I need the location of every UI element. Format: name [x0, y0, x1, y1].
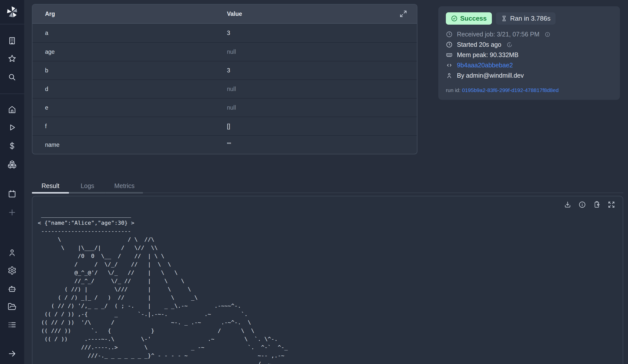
info-icon [545, 32, 550, 37]
favorites-star-icon[interactable] [8, 54, 17, 63]
expand-result-icon[interactable] [608, 201, 615, 208]
clock-icon [446, 41, 453, 48]
column-header-arg: Arg [45, 11, 227, 17]
folders-open-icon[interactable] [8, 302, 17, 311]
args-table: Arg Value a3agenullb3dnullenullf[]name"" [32, 4, 417, 154]
arg-value-cell: null [227, 49, 407, 55]
code-icon [446, 62, 453, 69]
received-job-text: Received job: 3/21, 07:56 PM [457, 31, 539, 38]
started-line: Started 20s ago [446, 39, 612, 50]
arg-name-cell: name [45, 142, 227, 148]
user-icon[interactable] [8, 248, 17, 257]
add-plus-icon[interactable] [8, 208, 17, 217]
resources-boxes-icon[interactable] [8, 160, 17, 169]
arg-value-cell: null [227, 104, 407, 111]
arg-value-cell: 3 [227, 30, 407, 36]
tab-logs[interactable]: Logs [69, 178, 106, 193]
expand-sidebar-arrow-icon[interactable] [8, 349, 17, 358]
mem-peak-text: Mem peak: 90.332MB [457, 51, 519, 59]
args-table-header: Arg Value [32, 5, 417, 24]
expand-args-icon[interactable] [399, 10, 407, 18]
table-row[interactable]: enull [32, 98, 417, 117]
arg-value-cell: 3 [227, 67, 407, 74]
audit-list-icon[interactable] [8, 320, 17, 329]
arg-name-cell: b [45, 67, 227, 74]
arg-name-cell: e [45, 104, 227, 111]
workspace-building-icon[interactable] [8, 36, 17, 45]
run-id-row: run id: 0195b9a2-83f6-299f-d192-478817f8… [446, 87, 612, 93]
table-row[interactable]: name"" [32, 135, 417, 154]
clock-icon [446, 31, 453, 38]
table-row[interactable]: a3 [32, 24, 417, 42]
run-id-link[interactable]: 0195b9a2-83f6-299f-d192-478817f8d8ed [462, 87, 559, 93]
script-hash-link[interactable]: 9b4aaa20abbebae2 [457, 62, 513, 69]
triggered-by-text: By admin@windmill.dev [457, 72, 524, 79]
duration-chip: Ran in 3.786s [496, 12, 556, 25]
table-row[interactable]: b3 [32, 61, 417, 79]
runs-play-icon[interactable] [8, 123, 17, 132]
history-info-icon [507, 42, 512, 48]
arg-name-cell: age [45, 49, 227, 55]
windmill-logo[interactable] [5, 5, 19, 19]
tab-result[interactable]: Result [32, 178, 69, 193]
arg-value-cell: "" [227, 142, 407, 148]
hourglass-icon [501, 15, 507, 22]
status-badge-label: Success [460, 15, 487, 22]
table-row[interactable]: dnull [32, 79, 417, 98]
table-row[interactable]: f[] [32, 117, 417, 135]
status-badge: Success [446, 12, 492, 25]
result-panel: ___________________________ < {"name":"A… [32, 196, 623, 364]
triggered-by-line: By admin@windmill.dev [446, 70, 612, 81]
arg-name-cell: a [45, 30, 227, 36]
download-icon[interactable] [564, 201, 571, 208]
tab-metrics[interactable]: Metrics [106, 178, 143, 193]
arg-name-cell: f [45, 123, 227, 130]
copy-clipboard-icon[interactable] [593, 201, 601, 208]
result-ascii-output: ___________________________ < {"name":"A… [38, 210, 623, 364]
workers-robot-icon[interactable] [8, 284, 17, 293]
arg-value-cell: [] [227, 123, 407, 130]
memory-icon [446, 52, 453, 58]
settings-gear-icon[interactable] [8, 266, 17, 275]
run-id-label: run id: [446, 87, 460, 93]
person-icon [446, 72, 453, 79]
result-actions [32, 196, 623, 208]
result-tabs: ResultLogsMetrics [32, 178, 623, 193]
sidebar [0, 0, 24, 364]
job-status-card: Success Ran in 3.786s Received job: 3/21… [438, 6, 620, 100]
search-icon[interactable] [8, 73, 17, 82]
info-icon[interactable] [578, 201, 586, 208]
args-table-body: a3agenullb3dnullenullf[]name"" [32, 24, 417, 154]
arg-value-cell: null [227, 86, 407, 93]
started-text: Started 20s ago [457, 41, 501, 48]
arg-name-cell: d [45, 86, 227, 93]
table-row[interactable]: agenull [32, 42, 417, 61]
script-hash-line: 9b4aaa20abbebae2 [446, 60, 612, 70]
received-job-line: Received job: 3/21, 07:56 PM [446, 29, 612, 39]
mem-peak-line: Mem peak: 90.332MB [446, 50, 612, 60]
duration-label: Ran in 3.786s [510, 15, 551, 22]
schedules-calendar-icon[interactable] [8, 189, 17, 198]
variables-dollar-icon[interactable] [8, 141, 17, 150]
check-circle-icon [451, 15, 458, 22]
home-icon[interactable] [8, 105, 17, 114]
column-header-value: Value [227, 11, 399, 17]
